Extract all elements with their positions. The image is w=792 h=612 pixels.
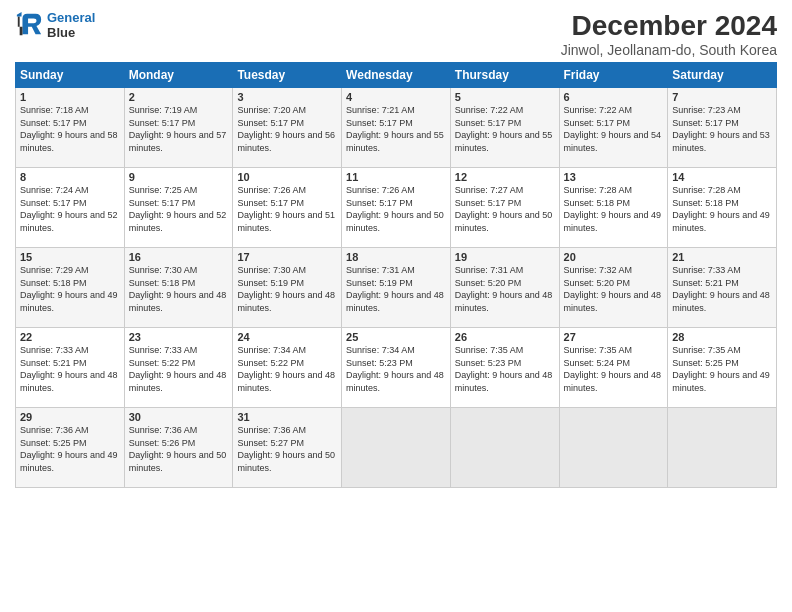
calendar-day-cell: 16Sunrise: 7:30 AMSunset: 5:18 PMDayligh… xyxy=(124,248,233,328)
day-number: 11 xyxy=(346,171,446,183)
day-info: Sunrise: 7:32 AMSunset: 5:20 PMDaylight:… xyxy=(564,264,664,314)
logo: General Blue xyxy=(15,10,95,40)
calendar-day-cell: 11Sunrise: 7:26 AMSunset: 5:17 PMDayligh… xyxy=(342,168,451,248)
day-number: 16 xyxy=(129,251,229,263)
day-info: Sunrise: 7:31 AMSunset: 5:19 PMDaylight:… xyxy=(346,264,446,314)
logo-icon xyxy=(15,11,43,39)
day-info: Sunrise: 7:25 AMSunset: 5:17 PMDaylight:… xyxy=(129,184,229,234)
subtitle: Jinwol, Jeollanam-do, South Korea xyxy=(561,42,777,58)
calendar-week-row: 8Sunrise: 7:24 AMSunset: 5:17 PMDaylight… xyxy=(16,168,777,248)
day-info: Sunrise: 7:26 AMSunset: 5:17 PMDaylight:… xyxy=(237,184,337,234)
calendar-day-cell: 21Sunrise: 7:33 AMSunset: 5:21 PMDayligh… xyxy=(668,248,777,328)
calendar-day-cell: 8Sunrise: 7:24 AMSunset: 5:17 PMDaylight… xyxy=(16,168,125,248)
day-info: Sunrise: 7:34 AMSunset: 5:22 PMDaylight:… xyxy=(237,344,337,394)
calendar-day-cell xyxy=(668,408,777,488)
day-info: Sunrise: 7:35 AMSunset: 5:23 PMDaylight:… xyxy=(455,344,555,394)
calendar-day-cell: 3Sunrise: 7:20 AMSunset: 5:17 PMDaylight… xyxy=(233,88,342,168)
day-info: Sunrise: 7:28 AMSunset: 5:18 PMDaylight:… xyxy=(672,184,772,234)
logo-text: General Blue xyxy=(47,10,95,40)
day-of-week-header: Thursday xyxy=(450,63,559,88)
day-number: 22 xyxy=(20,331,120,343)
calendar-day-cell: 23Sunrise: 7:33 AMSunset: 5:22 PMDayligh… xyxy=(124,328,233,408)
day-info: Sunrise: 7:36 AMSunset: 5:26 PMDaylight:… xyxy=(129,424,229,474)
header: General Blue December 2024 Jinwol, Jeoll… xyxy=(15,10,777,58)
day-number: 13 xyxy=(564,171,664,183)
calendar-day-cell: 26Sunrise: 7:35 AMSunset: 5:23 PMDayligh… xyxy=(450,328,559,408)
calendar-week-row: 1Sunrise: 7:18 AMSunset: 5:17 PMDaylight… xyxy=(16,88,777,168)
day-info: Sunrise: 7:36 AMSunset: 5:27 PMDaylight:… xyxy=(237,424,337,474)
day-number: 20 xyxy=(564,251,664,263)
day-number: 6 xyxy=(564,91,664,103)
day-number: 8 xyxy=(20,171,120,183)
calendar-week-row: 22Sunrise: 7:33 AMSunset: 5:21 PMDayligh… xyxy=(16,328,777,408)
day-number: 10 xyxy=(237,171,337,183)
calendar-header-row: SundayMondayTuesdayWednesdayThursdayFrid… xyxy=(16,63,777,88)
day-number: 15 xyxy=(20,251,120,263)
calendar-day-cell: 1Sunrise: 7:18 AMSunset: 5:17 PMDaylight… xyxy=(16,88,125,168)
day-number: 9 xyxy=(129,171,229,183)
day-number: 27 xyxy=(564,331,664,343)
calendar-day-cell: 17Sunrise: 7:30 AMSunset: 5:19 PMDayligh… xyxy=(233,248,342,328)
title-block: December 2024 Jinwol, Jeollanam-do, Sout… xyxy=(561,10,777,58)
day-of-week-header: Sunday xyxy=(16,63,125,88)
calendar-week-row: 15Sunrise: 7:29 AMSunset: 5:18 PMDayligh… xyxy=(16,248,777,328)
day-info: Sunrise: 7:29 AMSunset: 5:18 PMDaylight:… xyxy=(20,264,120,314)
day-number: 25 xyxy=(346,331,446,343)
calendar-day-cell: 24Sunrise: 7:34 AMSunset: 5:22 PMDayligh… xyxy=(233,328,342,408)
calendar-day-cell xyxy=(559,408,668,488)
day-info: Sunrise: 7:36 AMSunset: 5:25 PMDaylight:… xyxy=(20,424,120,474)
day-number: 1 xyxy=(20,91,120,103)
day-info: Sunrise: 7:18 AMSunset: 5:17 PMDaylight:… xyxy=(20,104,120,154)
day-number: 5 xyxy=(455,91,555,103)
calendar-day-cell: 18Sunrise: 7:31 AMSunset: 5:19 PMDayligh… xyxy=(342,248,451,328)
day-number: 12 xyxy=(455,171,555,183)
day-number: 26 xyxy=(455,331,555,343)
calendar-day-cell: 5Sunrise: 7:22 AMSunset: 5:17 PMDaylight… xyxy=(450,88,559,168)
day-info: Sunrise: 7:31 AMSunset: 5:20 PMDaylight:… xyxy=(455,264,555,314)
day-number: 28 xyxy=(672,331,772,343)
calendar-day-cell: 19Sunrise: 7:31 AMSunset: 5:20 PMDayligh… xyxy=(450,248,559,328)
calendar-day-cell: 30Sunrise: 7:36 AMSunset: 5:26 PMDayligh… xyxy=(124,408,233,488)
day-number: 23 xyxy=(129,331,229,343)
day-number: 14 xyxy=(672,171,772,183)
calendar-day-cell: 15Sunrise: 7:29 AMSunset: 5:18 PMDayligh… xyxy=(16,248,125,328)
day-number: 29 xyxy=(20,411,120,423)
calendar-day-cell: 14Sunrise: 7:28 AMSunset: 5:18 PMDayligh… xyxy=(668,168,777,248)
calendar-day-cell: 31Sunrise: 7:36 AMSunset: 5:27 PMDayligh… xyxy=(233,408,342,488)
day-info: Sunrise: 7:26 AMSunset: 5:17 PMDaylight:… xyxy=(346,184,446,234)
day-number: 19 xyxy=(455,251,555,263)
day-info: Sunrise: 7:21 AMSunset: 5:17 PMDaylight:… xyxy=(346,104,446,154)
day-info: Sunrise: 7:23 AMSunset: 5:17 PMDaylight:… xyxy=(672,104,772,154)
calendar-day-cell: 10Sunrise: 7:26 AMSunset: 5:17 PMDayligh… xyxy=(233,168,342,248)
day-info: Sunrise: 7:20 AMSunset: 5:17 PMDaylight:… xyxy=(237,104,337,154)
day-number: 30 xyxy=(129,411,229,423)
calendar-day-cell: 13Sunrise: 7:28 AMSunset: 5:18 PMDayligh… xyxy=(559,168,668,248)
day-number: 2 xyxy=(129,91,229,103)
day-info: Sunrise: 7:19 AMSunset: 5:17 PMDaylight:… xyxy=(129,104,229,154)
day-info: Sunrise: 7:24 AMSunset: 5:17 PMDaylight:… xyxy=(20,184,120,234)
day-of-week-header: Friday xyxy=(559,63,668,88)
calendar-day-cell xyxy=(342,408,451,488)
calendar-day-cell: 6Sunrise: 7:22 AMSunset: 5:17 PMDaylight… xyxy=(559,88,668,168)
day-info: Sunrise: 7:33 AMSunset: 5:22 PMDaylight:… xyxy=(129,344,229,394)
day-of-week-header: Wednesday xyxy=(342,63,451,88)
calendar-table: SundayMondayTuesdayWednesdayThursdayFrid… xyxy=(15,62,777,488)
calendar-day-cell: 28Sunrise: 7:35 AMSunset: 5:25 PMDayligh… xyxy=(668,328,777,408)
calendar-day-cell: 7Sunrise: 7:23 AMSunset: 5:17 PMDaylight… xyxy=(668,88,777,168)
day-info: Sunrise: 7:35 AMSunset: 5:25 PMDaylight:… xyxy=(672,344,772,394)
calendar-day-cell: 25Sunrise: 7:34 AMSunset: 5:23 PMDayligh… xyxy=(342,328,451,408)
calendar-day-cell xyxy=(450,408,559,488)
day-number: 3 xyxy=(237,91,337,103)
day-of-week-header: Monday xyxy=(124,63,233,88)
day-number: 7 xyxy=(672,91,772,103)
day-info: Sunrise: 7:30 AMSunset: 5:19 PMDaylight:… xyxy=(237,264,337,314)
day-info: Sunrise: 7:35 AMSunset: 5:24 PMDaylight:… xyxy=(564,344,664,394)
page-container: General Blue December 2024 Jinwol, Jeoll… xyxy=(0,0,792,493)
calendar-day-cell: 9Sunrise: 7:25 AMSunset: 5:17 PMDaylight… xyxy=(124,168,233,248)
day-number: 21 xyxy=(672,251,772,263)
calendar-day-cell: 2Sunrise: 7:19 AMSunset: 5:17 PMDaylight… xyxy=(124,88,233,168)
day-number: 4 xyxy=(346,91,446,103)
day-info: Sunrise: 7:30 AMSunset: 5:18 PMDaylight:… xyxy=(129,264,229,314)
calendar-day-cell: 29Sunrise: 7:36 AMSunset: 5:25 PMDayligh… xyxy=(16,408,125,488)
day-info: Sunrise: 7:33 AMSunset: 5:21 PMDaylight:… xyxy=(672,264,772,314)
